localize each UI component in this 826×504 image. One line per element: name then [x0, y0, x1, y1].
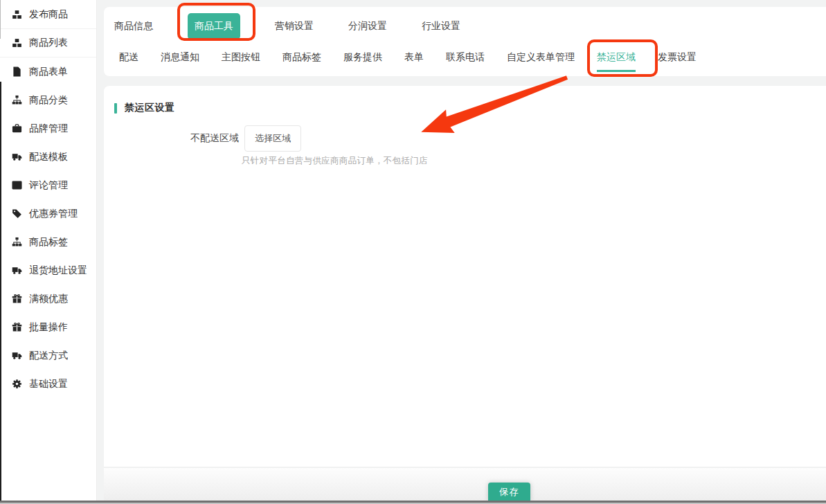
- sitemap-icon: [12, 237, 22, 247]
- secondary-tabs: 配送 消息通知 主图按钮 商品标签 服务提供 表单 联系电话 自定义表单管理 禁…: [119, 51, 697, 72]
- sidebar-item-label: 品牌管理: [29, 123, 68, 135]
- sidebar-item-product-form[interactable]: 商品表单: [0, 57, 96, 86]
- sidebar-item-label: 基础设置: [29, 378, 68, 390]
- sidebar-item-coupon-management[interactable]: 优惠券管理: [0, 199, 96, 228]
- tab-marketing-settings[interactable]: 营销设置: [275, 20, 314, 33]
- sidebar-item-label: 商品标签: [29, 236, 68, 249]
- truck-icon: [12, 350, 22, 361]
- sidebar-item-label: 评论管理: [29, 179, 68, 192]
- section-header: 禁运区设置: [114, 102, 175, 114]
- section-accent-bar: [114, 103, 117, 114]
- tab-industry-settings[interactable]: 行业设置: [422, 20, 460, 33]
- sidebar-item-label: 配送方式: [29, 350, 68, 362]
- content-card: 禁运区设置 不配送区域 选择区域 只针对平台自营与供应商商品订单，不包括门店: [104, 86, 826, 467]
- select-area-button[interactable]: 选择区域: [244, 125, 301, 152]
- window-edge-top: [0, 0, 1, 39]
- sidebar-item-product-tags[interactable]: 商品标签: [0, 228, 96, 256]
- sidebar-item-return-address-settings[interactable]: 退货地址设置: [0, 256, 96, 285]
- briefcase-icon: [12, 123, 22, 134]
- sidebar-item-label: 配送模板: [29, 151, 68, 163]
- truck-icon: [12, 265, 22, 276]
- gift-icon: [12, 294, 22, 304]
- subtab-product-tags[interactable]: 商品标签: [282, 51, 321, 72]
- gear-icon: [12, 379, 22, 389]
- subtab-restricted-area[interactable]: 禁运区域: [597, 51, 636, 72]
- no-delivery-area-row: 不配送区域 选择区域: [190, 127, 301, 150]
- sidebar-item-full-discount[interactable]: 满额优惠: [0, 285, 96, 313]
- sidebar-item-batch-operations[interactable]: 批量操作: [0, 313, 96, 341]
- sidebar-item-label: 发布商品: [29, 8, 68, 21]
- sidebar-item-label: 退货地址设置: [29, 264, 87, 277]
- tab-product-info[interactable]: 商品信息: [114, 20, 153, 33]
- sidebar-item-review-management[interactable]: 评论管理: [0, 171, 96, 199]
- columns-icon: [12, 180, 22, 190]
- sidebar-item-publish-product[interactable]: 发布商品: [0, 1, 96, 29]
- footer-bar: [104, 467, 826, 501]
- no-delivery-area-label: 不配送区域: [190, 132, 239, 145]
- sidebar-item-product-category[interactable]: 商品分类: [0, 86, 96, 114]
- primary-tabs: 商品信息 商品工具 营销设置 分润设置 行业设置: [114, 14, 460, 39]
- section-title: 禁运区设置: [125, 102, 175, 114]
- subtab-invoice-settings[interactable]: 发票设置: [658, 51, 697, 72]
- window-edge-bottom: [0, 82, 1, 501]
- subtab-form[interactable]: 表单: [404, 51, 424, 72]
- subtab-message-notification[interactable]: 消息通知: [161, 51, 199, 72]
- sidebar: 发布商品 商品列表 商品表单 商品分类 品牌管理 配送模板 评论管理 优惠券管理…: [0, 0, 97, 501]
- sidebar-item-label: 商品表单: [29, 66, 68, 78]
- sitemap-icon: [12, 95, 22, 105]
- save-button[interactable]: 保存: [488, 483, 530, 501]
- sidebar-item-label: 商品分类: [29, 94, 68, 107]
- sidebar-item-label: 批量操作: [29, 321, 68, 334]
- window-bottom-edge: [0, 501, 826, 504]
- sidebar-item-delivery-method[interactable]: 配送方式: [0, 341, 96, 370]
- file-spreadsheet-icon: [12, 66, 22, 77]
- tab-product-tools[interactable]: 商品工具: [188, 13, 240, 39]
- sidebar-item-label: 商品列表: [29, 37, 68, 49]
- helper-text: 只针对平台自营与供应商商品订单，不包括门店: [242, 155, 428, 167]
- subtab-main-image-button[interactable]: 主图按钮: [222, 51, 260, 72]
- subtab-contact-phone[interactable]: 联系电话: [446, 51, 485, 72]
- subtab-delivery[interactable]: 配送: [119, 51, 138, 72]
- tag-icon: [12, 208, 22, 219]
- sidebar-item-label: 满额优惠: [29, 293, 68, 305]
- gift-icon: [12, 322, 22, 332]
- sidebar-item-delivery-template[interactable]: 配送模板: [0, 143, 96, 171]
- truck-icon: [12, 152, 22, 162]
- subtab-service-provide[interactable]: 服务提供: [343, 51, 382, 72]
- cubes-icon: [12, 10, 22, 20]
- sidebar-item-brand-management[interactable]: 品牌管理: [0, 114, 96, 143]
- sidebar-item-product-list[interactable]: 商品列表: [0, 29, 96, 57]
- tab-profit-settings[interactable]: 分润设置: [348, 20, 387, 33]
- cubes-icon: [12, 38, 22, 48]
- sidebar-item-label: 优惠券管理: [29, 208, 78, 220]
- tabs-card: 商品信息 商品工具 营销设置 分润设置 行业设置 配送 消息通知 主图按钮 商品…: [104, 7, 826, 76]
- subtab-custom-form-management[interactable]: 自定义表单管理: [507, 51, 575, 72]
- sidebar-item-basic-settings[interactable]: 基础设置: [0, 370, 96, 398]
